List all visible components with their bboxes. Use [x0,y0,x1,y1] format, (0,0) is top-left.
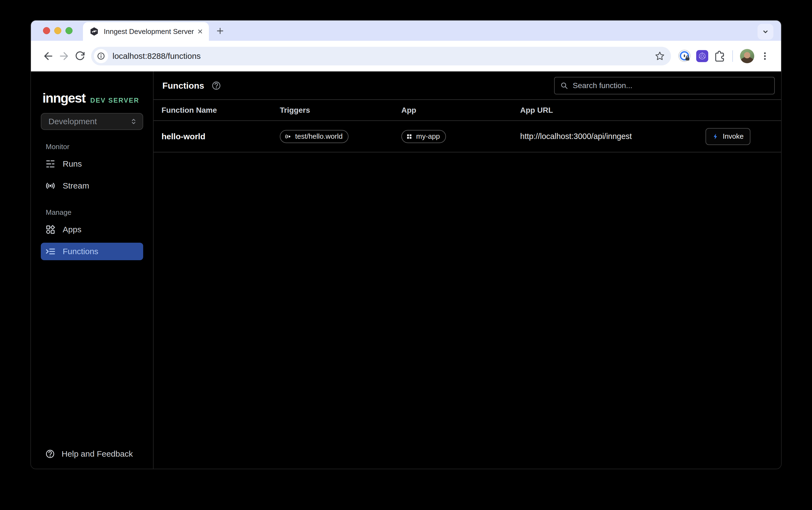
main-header: Functions [153,71,781,95]
col-app: App [401,106,520,115]
col-function-name: Function Name [162,106,280,115]
event-trigger-icon [285,133,292,140]
functions-table: Function Name Triggers App App URL hello… [153,99,781,152]
app-grid-icon [406,133,412,140]
sidebar-item-label: Stream [63,181,89,190]
info-icon [97,52,106,60]
tab-strip: Inngest Development Server [31,21,781,41]
page-title: Functions [162,81,204,91]
sidebar: inngest DEV SERVER Development Monitor R… [31,71,153,469]
tab-close-icon[interactable] [196,28,204,35]
functions-icon [45,246,56,257]
environment-selector-value: Development [49,117,97,126]
runs-icon [45,159,56,169]
kebab-menu-icon [760,51,770,61]
inngest-app: inngest DEV SERVER Development Monitor R… [31,71,781,469]
trigger-label: test/hello.world [295,132,343,141]
sidebar-item-label: Runs [63,159,82,169]
apps-icon [45,224,56,235]
main-content: Functions Function Name Triggers App App… [153,71,781,469]
inngest-favicon-icon [89,27,99,36]
fullscreen-window-button[interactable] [65,27,72,34]
close-window-button[interactable] [43,27,50,34]
environment-selector[interactable]: Development [41,113,143,130]
password-manager-extension-icon[interactable] [678,50,691,63]
help-and-feedback[interactable]: Help and Feedback [41,446,143,461]
site-info-button[interactable] [94,49,108,63]
question-circle-icon [45,449,55,459]
col-app-url: App URL [520,106,705,115]
sidebar-item-runs[interactable]: Runs [41,155,143,173]
browser-menu-button[interactable] [757,48,773,64]
reload-icon [75,51,85,61]
invoke-label: Invoke [723,132,744,141]
app-url-cell: http://localhost:3000/api/inngest [520,132,705,141]
invoke-button[interactable]: Invoke [705,128,750,145]
dev-server-badge: DEV SERVER [90,97,139,104]
extensions-puzzle-button[interactable] [714,50,725,62]
tab-title: Inngest Development Server [104,27,196,36]
sidebar-item-functions[interactable]: Functions [41,243,143,260]
tab-search-button[interactable] [757,24,774,40]
back-button[interactable] [40,48,56,64]
new-tab-button[interactable] [214,25,226,37]
search-input[interactable] [573,81,769,90]
stream-icon [45,181,56,191]
function-search [554,77,775,94]
logo: inngest DEV SERVER [41,91,143,106]
sidebar-item-apps[interactable]: Apps [41,221,143,238]
toolbar-divider [732,50,733,62]
question-circle-icon [211,81,221,91]
minimize-window-button[interactable] [54,27,61,34]
puzzle-icon [714,50,725,62]
table-row[interactable]: hello-world test/hello.world my-app http… [153,121,781,152]
functions-help-button[interactable] [211,81,221,91]
table-header: Function Name Triggers App App URL [153,99,781,121]
help-label: Help and Feedback [62,449,133,458]
trigger-badge: test/hello.world [280,130,349,143]
forward-arrow-icon [59,51,69,62]
window-controls [43,27,72,34]
app-badge: my-app [401,130,446,143]
profile-avatar[interactable] [740,49,754,63]
section-label-manage: Manage [46,208,143,216]
browser-toolbar: localhost:8288/functions [31,41,781,71]
sidebar-item-stream[interactable]: Stream [41,177,143,194]
forward-button[interactable] [56,48,72,64]
url-text: localhost:8288/functions [113,52,655,61]
chevron-updown-icon [129,117,138,126]
section-label-monitor: Monitor [46,143,143,150]
address-bar[interactable]: localhost:8288/functions [91,47,671,65]
lightning-bolt-icon [712,133,719,140]
inngest-wordmark: inngest [42,91,85,106]
back-arrow-icon [43,51,54,62]
col-triggers: Triggers [280,106,401,115]
search-icon [560,82,568,90]
browser-tab[interactable]: Inngest Development Server [83,22,209,41]
purple-extension-icon[interactable] [696,50,708,62]
sidebar-item-label: Functions [63,247,98,256]
reload-button[interactable] [72,48,88,64]
function-name-cell: hello-world [162,132,280,141]
browser-window: Inngest Development Server localhost:828… [30,20,782,469]
bookmark-star-button[interactable] [655,51,665,61]
app-label: my-app [416,132,440,141]
chevron-down-icon [761,27,770,36]
sidebar-item-label: Apps [63,225,81,234]
star-icon [655,51,665,61]
